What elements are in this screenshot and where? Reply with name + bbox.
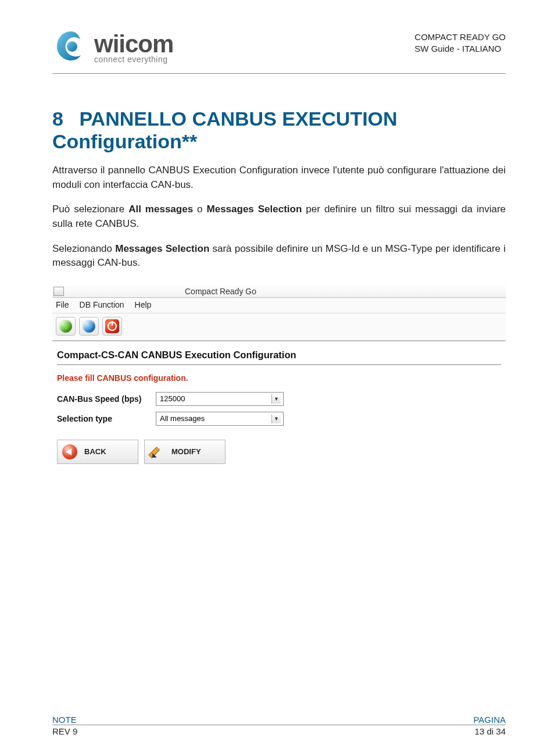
footer-rev: REV 9: [52, 726, 77, 736]
label-selection-type: Selection type: [57, 414, 156, 423]
header-doc-title: COMPACT READY GO SW Guide - ITALIANO: [414, 31, 506, 54]
page-header: wiicom connect everything COMPACT READY …: [52, 28, 506, 67]
toolbar-green-button[interactable]: [56, 317, 76, 336]
p2-mid: o: [193, 204, 206, 215]
toolbar-power-button[interactable]: [102, 317, 122, 336]
p2-bold2: Messages Selection: [207, 204, 302, 215]
svg-point-0: [67, 41, 77, 52]
paragraph-1: Attraverso il pannello CANBUS Execution …: [52, 163, 506, 192]
green-orb-icon: [59, 320, 72, 333]
window-icon: [53, 287, 64, 296]
label-can-speed: CAN-Bus Speed (bps): [57, 394, 156, 404]
config-panel: Compact-CS-CAN CANBUS Execution Configur…: [52, 341, 506, 464]
chevron-down-icon: ▼: [271, 414, 281, 423]
page-footer: NOTE PAGINA REV 9 13 di 34: [52, 715, 506, 736]
select-can-speed-value: 125000: [160, 394, 185, 403]
footer-pagenum: 13 di 34: [475, 726, 506, 736]
panel-warning: Please fill CANBUS configuration.: [57, 373, 501, 383]
select-selection-type[interactable]: All messages ▼: [156, 412, 284, 426]
p2-text: Può selezionare: [52, 204, 128, 215]
back-arrow-icon: [62, 444, 77, 459]
panel-title: Compact-CS-CAN CANBUS Execution Configur…: [57, 350, 501, 365]
chevron-down-icon: ▼: [271, 394, 281, 404]
section-heading: 8 PANNELLO CANBUS EXECUTION Configuratio…: [52, 108, 506, 153]
header-line2: SW Guide - ITALIANO: [414, 43, 506, 55]
app-screenshot: Compact Ready Go File DB Function Help C…: [52, 286, 506, 464]
select-can-speed[interactable]: 125000 ▼: [156, 392, 284, 406]
p3-bold1: Messages Selection: [115, 243, 209, 254]
action-row: BACK MODIFY: [57, 440, 501, 464]
logo-tagline: connect everything: [94, 55, 173, 63]
titlebar: Compact Ready Go: [52, 286, 506, 298]
modify-button[interactable]: MODIFY: [144, 440, 226, 464]
p3-pre: Selezionando: [52, 243, 115, 254]
paragraph-3: Selezionando Messages Selection sarà pos…: [52, 242, 506, 270]
footer-pagina: PAGINA: [473, 715, 506, 725]
window-title: Compact Ready Go: [69, 287, 256, 296]
header-divider: [52, 73, 506, 74]
logo: wiicom connect everything: [52, 28, 173, 67]
menubar: File DB Function Help: [52, 298, 506, 313]
p2-bold1: All messages: [128, 204, 193, 215]
footer-divider: [52, 725, 506, 725]
toolbar-blue-button[interactable]: [79, 317, 99, 336]
blue-orb-icon: [83, 320, 95, 333]
toolbar: [52, 313, 506, 341]
row-selection-type: Selection type All messages ▼: [57, 412, 501, 426]
menu-file[interactable]: File: [56, 300, 69, 309]
section-title: PANNELLO CANBUS EXECUTION Configuration*…: [52, 108, 398, 152]
section-number: 8: [52, 108, 77, 130]
pencil-icon: [149, 444, 164, 459]
row-can-speed: CAN-Bus Speed (bps) 125000 ▼: [57, 392, 501, 406]
paragraph-2: Può selezionare All messages o Messages …: [52, 202, 506, 231]
logo-text: wiicom: [94, 32, 173, 56]
back-label: BACK: [84, 447, 106, 456]
menu-db-function[interactable]: DB Function: [80, 300, 124, 309]
power-icon: [105, 319, 119, 333]
footer-note: NOTE: [52, 715, 77, 725]
select-selection-type-value: All messages: [160, 414, 205, 423]
header-line1: COMPACT READY GO: [414, 31, 506, 43]
logo-swirl-icon: [52, 28, 90, 67]
modify-label: MODIFY: [171, 447, 201, 456]
menu-help[interactable]: Help: [135, 300, 152, 309]
back-button[interactable]: BACK: [57, 440, 138, 464]
